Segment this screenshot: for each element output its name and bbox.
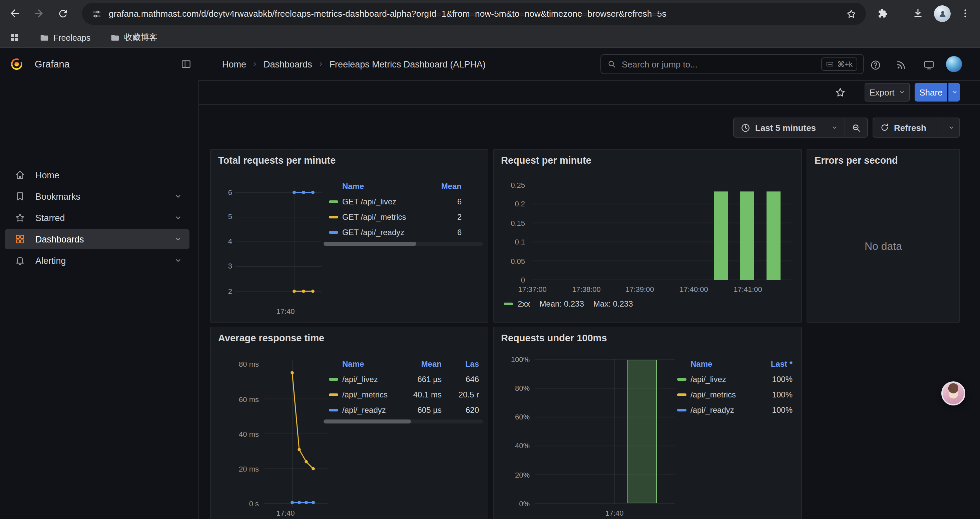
series-name[interactable]: GET /api/_readyz	[342, 227, 404, 237]
refresh-button[interactable]: Refresh	[873, 118, 943, 137]
bookmark-folder-freeleaps[interactable]: Freeleaps	[35, 30, 95, 45]
legend-header-last[interactable]: Last *	[771, 359, 792, 369]
series-mean: 661 µs	[417, 374, 442, 384]
monitor-icon[interactable]	[921, 57, 936, 72]
sidebar-item-label: Bookmarks	[35, 192, 80, 201]
series-swatch	[329, 409, 338, 411]
grafana-header: Grafana Home Dashboards Freeleaps Metric…	[0, 48, 980, 80]
x-tick: 17:37:00	[512, 285, 552, 293]
sidebar-item-starred[interactable]: Starred	[5, 208, 189, 228]
site-info-icon[interactable]	[91, 8, 102, 19]
legend-row: GET /api/_metrics 2	[323, 209, 483, 224]
panel-legend: Name Mean Las /api/_livez 661 µs 646 /ap…	[323, 357, 483, 423]
browser-window: grafana.mathmast.com/d/deytv4rwavabkb/fr…	[0, 0, 980, 519]
dashboards-grid-icon	[15, 234, 25, 244]
time-range-label: Last 5 minutes	[755, 123, 816, 133]
export-label: Export	[869, 87, 894, 97]
chevron-down-icon[interactable]	[174, 257, 182, 265]
bookmark-folder-blogs[interactable]: 收藏博客	[105, 30, 162, 45]
url-text: grafana.mathmast.com/d/deytv4rwavabkb/fr…	[109, 9, 846, 19]
panel-title[interactable]: Request per minute	[501, 155, 592, 166]
sidebar-item-label: Alerting	[35, 256, 66, 265]
panel-title[interactable]: Total requests per minute	[218, 155, 336, 166]
sidebar-item-bookmarks[interactable]: Bookmarks	[5, 186, 189, 206]
back-button[interactable]	[5, 4, 24, 23]
under-100ms-chart[interactable]	[535, 359, 675, 504]
series-name[interactable]: /api/_readyz	[690, 405, 734, 414]
browser-menu-icon[interactable]	[956, 4, 975, 23]
news-rss-icon[interactable]	[894, 57, 908, 72]
x-tick: 17:40:00	[674, 285, 714, 293]
series-swatch	[677, 378, 686, 380]
avg-response-chart[interactable]	[264, 357, 328, 509]
refresh-interval-dropdown[interactable]	[943, 118, 959, 137]
legend-header-name[interactable]: Name	[342, 182, 364, 191]
chevron-down-icon[interactable]	[174, 192, 182, 200]
brand-name: Grafana	[35, 48, 70, 80]
y-tick: 80%	[499, 384, 530, 392]
total-requests-chart[interactable]	[235, 184, 321, 303]
requests-per-minute-chart[interactable]	[531, 180, 792, 280]
user-avatar[interactable]	[946, 56, 962, 72]
legend-header-last[interactable]: Las	[465, 359, 479, 369]
panel-title[interactable]: Errors per second	[815, 155, 898, 166]
panel-title[interactable]: Average response time	[218, 333, 324, 343]
search-input[interactable]: Search or jump to... ⌘+k	[600, 54, 864, 74]
legend-header-name[interactable]: Name	[690, 359, 712, 369]
help-icon[interactable]	[868, 57, 883, 72]
breadcrumb-home[interactable]: Home	[222, 59, 246, 69]
chevron-down-icon[interactable]	[174, 235, 182, 243]
zoom-out-button[interactable]	[845, 118, 867, 137]
panel-title[interactable]: Requests under 100ms	[501, 333, 607, 343]
legend-header-mean[interactable]: Mean	[441, 182, 461, 191]
legend-scrollbar[interactable]	[323, 420, 483, 423]
series-name[interactable]: /api/_livez	[342, 374, 378, 384]
back-icon	[9, 7, 21, 19]
sidebar-item-dashboards[interactable]: Dashboards	[5, 229, 189, 249]
share-button[interactable]: Share	[915, 83, 947, 102]
sidebar-toggle[interactable]	[177, 55, 196, 73]
series-name[interactable]: GET /api/_metrics	[342, 212, 406, 222]
favorite-star-icon[interactable]	[830, 83, 849, 102]
refresh-icon	[880, 123, 889, 132]
assistant-avatar[interactable]	[941, 382, 965, 406]
series-name[interactable]: /api/_readyz	[342, 405, 386, 414]
reload-button[interactable]	[53, 4, 72, 23]
y-tick: 0.2	[498, 200, 525, 208]
x-tick: 17:40	[594, 509, 635, 517]
chevron-down-icon	[899, 89, 905, 96]
legend-row: /api/_livez 100%	[674, 371, 794, 387]
forward-button[interactable]	[29, 4, 48, 23]
chevron-down-icon	[948, 124, 955, 131]
legend-header-name[interactable]: Name	[342, 359, 364, 369]
chevron-down-icon[interactable]	[174, 214, 182, 222]
download-icon	[912, 7, 924, 19]
series-name[interactable]: /api/_metrics	[342, 390, 388, 399]
panel-avg-response: Average response time 80 ms 60 ms 40 ms …	[210, 327, 488, 519]
export-button[interactable]: Export	[865, 83, 910, 102]
sidebar: Home Bookmarks Starred Dashboards Alerti…	[0, 80, 199, 519]
sidebar-item-home[interactable]: Home	[5, 165, 189, 185]
legend-scrollbar-thumb[interactable]	[323, 242, 416, 246]
series-name[interactable]: /api/_metrics	[690, 390, 736, 399]
downloads-icon[interactable]	[908, 4, 927, 23]
grafana-logo[interactable]	[10, 57, 23, 71]
series-name[interactable]: /api/_livez	[690, 374, 726, 384]
legend-scrollbar[interactable]	[323, 242, 483, 246]
breadcrumb-dashboards[interactable]: Dashboards	[264, 59, 312, 69]
extensions-icon[interactable]	[873, 4, 892, 23]
bookmark-star-icon[interactable]	[846, 8, 857, 19]
browser-profile-avatar[interactable]	[934, 5, 951, 22]
series-mean: 605 µs	[417, 405, 442, 414]
apps-grid-icon[interactable]	[10, 32, 20, 43]
kebab-icon	[960, 8, 970, 19]
legend-scrollbar-thumb[interactable]	[323, 420, 411, 423]
series-name[interactable]: 2xx	[518, 299, 530, 308]
series-name[interactable]: GET /api/_livez	[342, 197, 396, 206]
sidebar-item-alerting[interactable]: Alerting	[5, 251, 189, 270]
time-range-picker[interactable]: Last 5 minutes	[734, 118, 845, 137]
share-dropdown[interactable]	[948, 83, 960, 102]
url-bar[interactable]: grafana.mathmast.com/d/deytv4rwavabkb/fr…	[82, 3, 866, 25]
legend-header-mean[interactable]: Mean	[421, 359, 442, 369]
puzzle-icon	[877, 8, 888, 19]
